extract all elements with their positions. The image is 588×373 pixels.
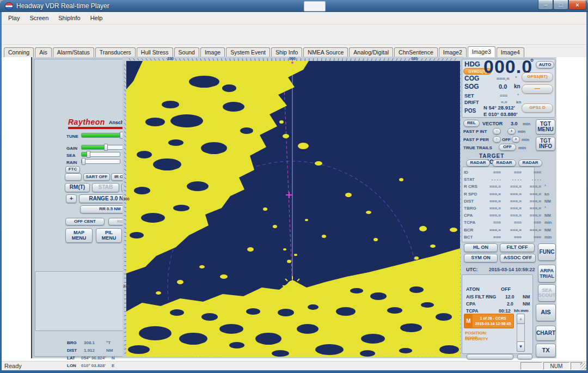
tune-slider[interactable]	[81, 133, 125, 138]
tab-ais[interactable]: Ais	[35, 47, 52, 57]
map-menu-button[interactable]: MAP MENU	[65, 228, 93, 243]
stab-button[interactable]: STAB	[92, 183, 119, 192]
set-drift-source-button[interactable]: —	[522, 84, 553, 94]
close-button[interactable]: ×	[568, 0, 586, 10]
rain-slider[interactable]	[81, 159, 120, 164]
true-trails-button[interactable]: OFF	[499, 144, 516, 151]
target-table-row: BCT=========min	[464, 234, 554, 241]
assoc-button[interactable]: ASSOC OFF	[500, 254, 536, 262]
arpa-trial-button[interactable]: ARPA TRIAL	[538, 265, 556, 283]
sym-button[interactable]: SYM ON	[464, 254, 498, 262]
tab-image2[interactable]: Image2	[439, 47, 467, 57]
gain-slider[interactable]	[81, 145, 125, 150]
maximize-button[interactable]: □	[553, 0, 568, 10]
past-p-int-inc-button[interactable]: ›	[507, 128, 516, 134]
menu-play[interactable]: Play	[3, 13, 24, 23]
tab-chnsentence[interactable]: ChnSentence	[394, 47, 438, 57]
tab-ship-info[interactable]: Ship Info	[271, 47, 302, 57]
aton-value: OFF	[501, 286, 511, 292]
bearing-label-030: 030	[411, 57, 418, 60]
rel-vector-button[interactable]: REL	[463, 120, 480, 127]
tgt-info-button[interactable]: TGT INFO	[536, 137, 555, 151]
chart-button[interactable]: CHART	[536, 326, 556, 341]
tab-image[interactable]: Image	[200, 47, 225, 57]
clipped-button[interactable]	[467, 354, 513, 359]
menu-screen[interactable]: Screen	[24, 13, 53, 23]
past-p-per-unit: min	[522, 137, 529, 142]
bearing-label-300: 300	[123, 197, 130, 201]
tab-strip: ConningAisAlarm/StatusTransducersHull St…	[0, 46, 588, 57]
tab-nmea-source[interactable]: NMEA Source	[303, 47, 348, 57]
rain-slider-thumb[interactable]	[82, 158, 85, 165]
pil-menu-button[interactable]: PIL MENU	[96, 228, 122, 243]
target-table-row: BCR===.====.====.=NM	[464, 227, 554, 234]
hdg-label: HDG	[464, 60, 480, 68]
filt-button[interactable]: FILT OFF	[500, 243, 535, 252]
radar2-button[interactable]: RADAR	[492, 160, 516, 167]
target-table-row: DIST===.====.====.=NM	[464, 198, 554, 205]
cursor-brg-label: BRG	[67, 340, 77, 345]
tgt-menu-button[interactable]: TGT MENU	[536, 119, 555, 134]
rm-button[interactable]: RM(T)	[65, 183, 90, 192]
menu-shipinfo[interactable]: ShipInfo	[53, 13, 85, 23]
sea-scout-button[interactable]: SEA SCOUT	[538, 284, 556, 302]
cog-source-button[interactable]: GPS1(BT)	[522, 72, 553, 82]
cpa-unit: NM	[523, 301, 530, 307]
past-p-per-dec-button[interactable]: ‹	[493, 136, 501, 143]
tab-alarm-status[interactable]: Alarm/Status	[53, 47, 94, 57]
alarm-line1: 1 of 26 - CCRS	[474, 316, 512, 321]
tcpa-unit: hh:mm	[514, 308, 529, 313]
tcpa-label: TCPA	[466, 308, 479, 314]
menu-help[interactable]: Help	[85, 13, 108, 23]
sea-slider[interactable]	[81, 152, 120, 157]
target-table-row: TBRG===.====.====.=°	[464, 205, 554, 212]
ftc-button[interactable]: FTC	[65, 166, 80, 173]
drift-label: DRIFT	[464, 100, 479, 105]
func-button[interactable]: FUNC	[538, 243, 556, 261]
gain-slider-thumb[interactable]	[104, 144, 108, 151]
ais-button[interactable]: AIS	[536, 304, 556, 321]
true-trails-unit: min	[518, 145, 526, 150]
hl-button[interactable]: HL ON	[464, 243, 498, 252]
tab-analog-digital[interactable]: Analog/Digital	[349, 47, 393, 57]
past-p-per-inc-button[interactable]: ›	[512, 136, 520, 143]
cursor-lon-unit: E	[112, 363, 114, 368]
hdg-auto-button[interactable]: AUTO	[536, 61, 554, 69]
tab-sound[interactable]: Sound	[174, 47, 199, 57]
cursor-brg-unit: °T	[106, 340, 111, 345]
radar1-button[interactable]: RADAR	[466, 160, 490, 167]
set-unit: °	[517, 93, 519, 98]
target-table-row: R CRS===.====.====.=°	[464, 183, 554, 190]
tab-conning[interactable]: Conning	[4, 47, 34, 57]
tab-hull-stress[interactable]: Hull Stress	[137, 47, 173, 57]
sea-slider-thumb[interactable]	[87, 151, 90, 158]
off-cent-button[interactable]: OFF CENT	[65, 218, 105, 225]
tx-button[interactable]: TX	[536, 344, 556, 357]
pos-source-button[interactable]: GPS1 D	[522, 103, 553, 113]
tab-system-event[interactable]: System Event	[226, 47, 270, 57]
cursor-dist-value: 1.912	[84, 348, 95, 353]
radar-display[interactable]: 330 000 030 300 270	[122, 57, 464, 358]
sart-button[interactable]: SART OFF	[83, 173, 110, 181]
clipped-button[interactable]	[517, 354, 532, 359]
vector-value: 3.0	[511, 121, 518, 126]
title-bar[interactable]: Headway VDR Real-time Player – □ ×	[0, 0, 588, 12]
radar3-button[interactable]: RADAR	[518, 160, 542, 167]
alarm-message-box[interactable]: M 1 of 26 - CCRS 2015-03-14 12:58:45	[464, 314, 514, 328]
tcpa-value: 00:12	[499, 308, 511, 314]
bearing-label-270: 270	[123, 284, 130, 288]
minimize-button[interactable]: –	[538, 0, 553, 10]
past-p-int-dec-button[interactable]: ‹	[493, 128, 501, 134]
preset-button[interactable]	[65, 173, 82, 181]
past-p-int-label: PAST P INT	[463, 129, 487, 134]
sea-label: SEA	[66, 153, 75, 158]
tab-transducers[interactable]: Transducers	[95, 47, 136, 57]
alarm-badge: M	[464, 314, 473, 328]
tab-image3[interactable]: Image3	[468, 46, 495, 57]
cog-unit: °	[515, 75, 517, 81]
window-border-left	[0, 12, 2, 373]
scroll-up-icon[interactable]: ▲	[517, 314, 525, 324]
scroll-down-icon[interactable]: ▼	[517, 341, 525, 352]
range-plus-button[interactable]: +	[66, 194, 77, 203]
drift-unit: kn	[516, 100, 521, 105]
